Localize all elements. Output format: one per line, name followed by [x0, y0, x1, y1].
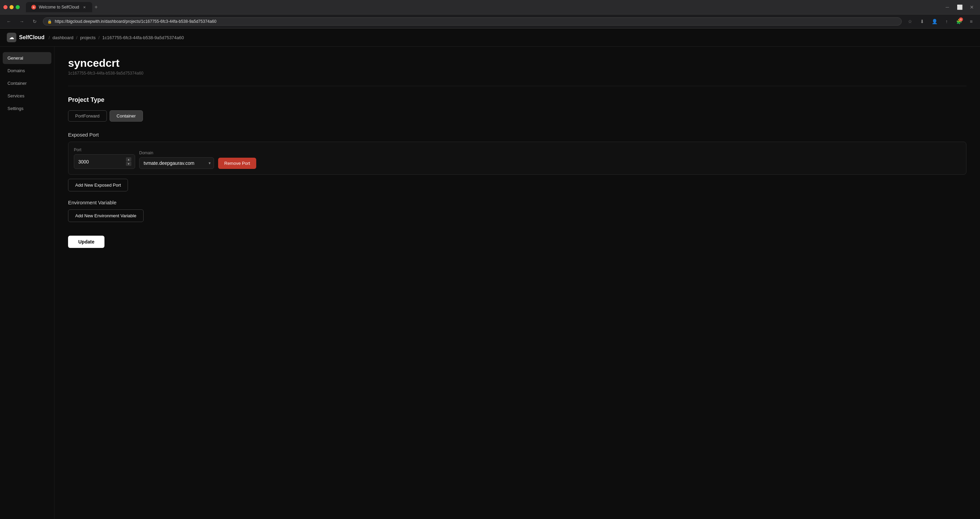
- add-exposed-port-button[interactable]: Add New Exposed Port: [68, 179, 128, 192]
- port-spinners: ▲ ▼: [126, 157, 131, 166]
- browser-exit-btn[interactable]: ✕: [967, 2, 977, 12]
- logo-icon: ☁: [7, 33, 16, 42]
- tab-close-button[interactable]: ✕: [82, 5, 87, 10]
- browser-minimize-btn[interactable]: ─: [943, 2, 952, 12]
- update-button[interactable]: Update: [68, 236, 105, 248]
- project-type-buttons: PortForward Container: [68, 110, 966, 121]
- profile-button[interactable]: 👤: [930, 17, 939, 26]
- extensions-button[interactable]: 🧩 6: [954, 17, 964, 26]
- bookmark-button[interactable]: ☆: [905, 17, 915, 26]
- project-name: syncedcrt: [68, 57, 966, 69]
- browser-titlebar: S Welcome to SelfCloud ✕ + ─ ⬜ ✕: [0, 0, 980, 14]
- breadcrumb-project-id[interactable]: 1c167755-6fc3-44fa-b538-9a5d75374a60: [102, 35, 184, 40]
- menu-button[interactable]: ≡: [966, 17, 976, 26]
- domain-input-label: Domain: [139, 150, 214, 155]
- domain-field: Domain tvmate.deepgaurav.com: [139, 150, 214, 169]
- browser-chrome: S Welcome to SelfCloud ✕ + ─ ⬜ ✕ ← → ↻ 🔒…: [0, 0, 980, 29]
- portforward-type-button[interactable]: PortForward: [68, 110, 107, 121]
- main-layout: General Domains Container Services Setti…: [0, 47, 980, 519]
- breadcrumb-projects[interactable]: projects: [80, 35, 95, 40]
- breadcrumb-dashboard[interactable]: dashboard: [52, 35, 73, 40]
- url-display: https://bigcloud.deepwith.in/dashboard/p…: [55, 19, 216, 24]
- section-title: Project Type: [68, 96, 966, 104]
- browser-toolbar: ← → ↻ 🔒 https://bigcloud.deepwith.in/das…: [0, 14, 980, 28]
- environment-variable-section: Environment Variable Add New Environment…: [68, 200, 966, 222]
- project-title-section: syncedcrt 1c167755-6fc3-44fa-b538-9a5d75…: [68, 57, 966, 76]
- app-logo: ☁ SelfCloud: [7, 33, 45, 42]
- window-minimize-button[interactable]: [10, 5, 14, 9]
- main-content: syncedcrt 1c167755-6fc3-44fa-b538-9a5d75…: [54, 47, 980, 519]
- lock-icon: 🔒: [47, 19, 52, 24]
- port-decrement-button[interactable]: ▼: [126, 162, 131, 166]
- sidebar-item-services[interactable]: Services: [3, 90, 51, 102]
- browser-tab[interactable]: S Welcome to SelfCloud ✕: [26, 2, 92, 12]
- domain-select-wrapper: tvmate.deepgaurav.com: [139, 157, 214, 169]
- exposed-port-section: Exposed Port Port ▲ ▼ Domain: [68, 132, 966, 192]
- tab-favicon: S: [31, 5, 36, 10]
- app-name: SelfCloud: [19, 34, 45, 40]
- sidebar: General Domains Container Services Setti…: [0, 47, 54, 519]
- address-bar[interactable]: 🔒 https://bigcloud.deepwith.in/dashboard…: [43, 18, 902, 26]
- breadcrumb: / dashboard / projects / 1c167755-6fc3-4…: [49, 35, 184, 40]
- app-header: ☁ SelfCloud / dashboard / projects / 1c1…: [0, 29, 980, 47]
- sidebar-item-container[interactable]: Container: [3, 77, 51, 89]
- port-field: Port ▲ ▼: [74, 147, 135, 169]
- extensions-badge: 6: [959, 18, 963, 21]
- toolbar-actions: ☆ ⬇ 👤 ↑ 🧩 6 ≡: [905, 17, 976, 26]
- browser-restore-btn[interactable]: ⬜: [955, 2, 964, 12]
- port-row: Port ▲ ▼ Domain tvmate.deepgaurav.com: [68, 142, 966, 175]
- env-var-label: Environment Variable: [68, 200, 966, 205]
- reload-button[interactable]: ↻: [30, 17, 40, 26]
- port-input-wrapper: ▲ ▼: [74, 154, 135, 169]
- window-maximize-button[interactable]: [16, 5, 20, 9]
- forward-button[interactable]: →: [17, 17, 27, 26]
- back-button[interactable]: ←: [4, 17, 14, 26]
- new-tab-button[interactable]: +: [92, 3, 100, 11]
- share-button[interactable]: ↑: [942, 17, 951, 26]
- browser-window-controls: [3, 5, 20, 9]
- exposed-port-label: Exposed Port: [68, 132, 966, 137]
- sidebar-item-general[interactable]: General: [3, 52, 51, 64]
- container-type-button[interactable]: Container: [110, 110, 143, 121]
- port-input-label: Port: [74, 147, 135, 152]
- sidebar-item-settings[interactable]: Settings: [3, 102, 51, 115]
- project-id: 1c167755-6fc3-44fa-b538-9a5d75374a60: [68, 71, 966, 76]
- title-divider: [68, 86, 966, 86]
- sidebar-item-domains[interactable]: Domains: [3, 65, 51, 77]
- port-increment-button[interactable]: ▲: [126, 157, 131, 161]
- project-type-section: Project Type PortForward Container: [68, 96, 966, 121]
- window-close-button[interactable]: [3, 5, 8, 9]
- pocket-button[interactable]: ⬇: [917, 17, 927, 26]
- add-env-variable-button[interactable]: Add New Environment Variable: [68, 209, 143, 222]
- remove-port-button[interactable]: Remove Port: [218, 158, 256, 169]
- domain-select[interactable]: tvmate.deepgaurav.com: [139, 157, 214, 169]
- tab-title: Welcome to SelfCloud: [39, 5, 79, 10]
- port-input[interactable]: [78, 159, 126, 164]
- tab-bar: S Welcome to SelfCloud ✕ +: [22, 2, 104, 12]
